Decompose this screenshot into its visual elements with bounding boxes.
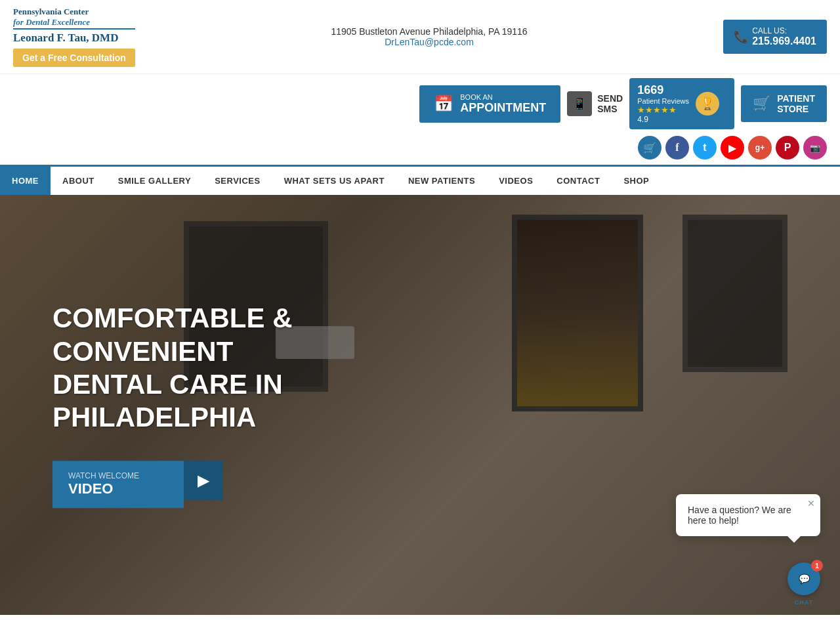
nav-videos[interactable]: VIDEOS: [487, 167, 545, 195]
email-link[interactable]: DrLenTau@pcde.com: [385, 37, 474, 47]
book-large-label: APPOINTMENT: [460, 101, 546, 115]
calendar-icon: 📅: [434, 94, 453, 113]
chat-icon: 💬: [799, 574, 810, 584]
hero-title: COMFORTABLE & CONVENIENT DENTAL CARE IN …: [52, 302, 328, 434]
phone-icon: 📞: [734, 30, 748, 44]
review-label: Patient Reviews: [637, 97, 689, 105]
review-stars: ★★★★★: [637, 105, 689, 115]
chat-close-button[interactable]: ✕: [807, 498, 815, 509]
nav-services[interactable]: SERVICES: [203, 167, 272, 195]
address: 11905 Bustleton Avenue Philadelphia, PA …: [135, 26, 723, 37]
pinterest-icon[interactable]: P: [776, 136, 799, 159]
nav-what-sets-us-apart[interactable]: WHAT SETS US APART: [272, 167, 396, 195]
store-label2: STORE: [777, 104, 815, 114]
googleplus-icon[interactable]: g+: [748, 136, 772, 159]
hero-content: COMFORTABLE & CONVENIENT DENTAL CARE IN …: [52, 302, 328, 508]
cart-social-icon[interactable]: 🛒: [638, 136, 662, 159]
video-btn-small: WATCH WELCOME: [68, 471, 168, 480]
logo-title: Pennsylvania Center for Dental Excellenc…: [13, 7, 135, 30]
logo-line2: for Dental Excellence: [13, 17, 90, 27]
header-contact: 11905 Bustleton Avenue Philadelphia, PA …: [135, 26, 723, 47]
logo-area: Pennsylvania Center for Dental Excellenc…: [13, 7, 135, 67]
twitter-icon[interactable]: t: [693, 136, 717, 159]
book-small-label: BOOK AN: [460, 93, 546, 101]
book-appointment-button[interactable]: 📅 BOOK AN APPOINTMENT: [419, 85, 560, 123]
instagram-icon[interactable]: 📷: [803, 136, 827, 159]
chat-label: CHAT: [795, 599, 813, 606]
reviews-badge[interactable]: 1669 Patient Reviews ★★★★★ 4.9 🏆: [629, 78, 734, 129]
video-btn-large: VIDEO: [68, 480, 168, 497]
social-bar: 🛒 f t ▶ g+ P 📷: [0, 133, 840, 165]
nav-about[interactable]: ABOUT: [51, 167, 106, 195]
main-nav: HOME ABOUT SMILE GALLERY SERVICES WHAT S…: [0, 165, 840, 195]
action-bar: 📅 BOOK AN APPOINTMENT 📱 SENDSMS 1669 Pat…: [0, 74, 840, 133]
sms-icon: 📱: [567, 91, 592, 116]
nav-shop[interactable]: SHOP: [612, 167, 661, 195]
store-label: PATIENT: [777, 93, 815, 104]
hero-section: COMFORTABLE & CONVENIENT DENTAL CARE IN …: [0, 195, 840, 615]
chat-button[interactable]: 💬 1 CHAT: [788, 562, 820, 595]
call-label: CALL US:: [752, 26, 816, 35]
watch-video-button[interactable]: WATCH WELCOME VIDEO ▶: [52, 461, 223, 508]
review-score: 4.9: [637, 115, 689, 124]
cart-store-icon: 🛒: [753, 95, 770, 112]
sms-label: SENDSMS: [597, 93, 623, 114]
nav-smile-gallery[interactable]: SMILE GALLERY: [106, 167, 203, 195]
header: Pennsylvania Center for Dental Excellenc…: [0, 0, 840, 74]
call-button[interactable]: 📞 CALL US: 215.969.4401: [723, 20, 827, 54]
free-consult-button[interactable]: Get a Free Consultation: [13, 49, 135, 67]
phone-number: 215.969.4401: [752, 35, 816, 47]
chat-bubble: ✕ Have a question? We are here to help!: [676, 494, 820, 536]
patient-store-button[interactable]: 🛒 PATIENT STORE: [741, 85, 827, 122]
review-count: 1669: [637, 83, 689, 97]
play-icon[interactable]: ▶: [184, 461, 223, 500]
badge-icon: 🏆: [696, 92, 719, 116]
facebook-icon[interactable]: f: [665, 136, 689, 159]
nav-new-patients[interactable]: NEW PATIENTS: [396, 167, 487, 195]
logo-line1: Pennsylvania Center: [13, 7, 89, 16]
sms-button[interactable]: 📱 SENDSMS: [567, 91, 623, 116]
nav-home[interactable]: HOME: [0, 167, 51, 195]
nav-contact[interactable]: CONTACT: [545, 167, 612, 195]
video-btn-text: WATCH WELCOME VIDEO: [52, 461, 184, 508]
chat-message: Have a question? We are here to help!: [688, 505, 791, 526]
youtube-icon[interactable]: ▶: [721, 136, 744, 159]
logo-name: Leonard F. Tau, DMD: [13, 32, 135, 45]
